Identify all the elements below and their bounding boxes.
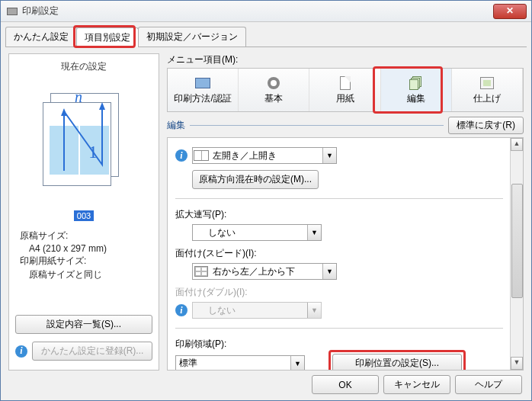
basic-icon	[264, 75, 283, 91]
info-icon: i	[175, 149, 187, 162]
info-icon: i	[15, 345, 27, 358]
current-settings-title: 現在の設定	[15, 60, 152, 73]
toolbar-item-print-method[interactable]: 印刷方法/認証	[168, 69, 239, 111]
orig-size-value: A4 (210 x 297 mm)	[15, 243, 152, 254]
close-button[interactable]: ✕	[493, 4, 527, 19]
orig-size-label: 原稿サイズ:	[15, 229, 152, 242]
ok-button[interactable]: OK	[312, 375, 379, 394]
menu-items-label: メニュー項目(M):	[167, 53, 524, 66]
settings-scroll-area: i 左開き／上開き ▼ 原稿方向混在時の設定(M)... 拡大連写(P):	[167, 137, 524, 371]
binding-select[interactable]: 左開き／上開き ▼	[192, 147, 337, 164]
settings-list-button[interactable]: 設定内容一覧(S)...	[15, 315, 152, 334]
cancel-button[interactable]: キャンセル	[383, 375, 450, 394]
dialog-footer: OK キャンセル ヘルプ	[312, 375, 522, 394]
paper-size-value: 原稿サイズと同じ	[15, 268, 152, 281]
mixed-orientation-button[interactable]: 原稿方向混在時の設定(M)...	[192, 170, 319, 189]
chevron-down-icon: ▼	[307, 303, 321, 318]
scroll-up-button[interactable]: ▲	[511, 138, 523, 151]
arrow-graphic	[49, 95, 117, 186]
current-settings-info: 原稿サイズ: A4 (210 x 297 mm) 印刷用紙サイズ: 原稿サイズと…	[15, 229, 152, 282]
chevron-down-icon: ▼	[290, 356, 304, 371]
section-title: 編集	[167, 119, 185, 132]
reset-button[interactable]: 標準に戻す(R)	[448, 117, 524, 134]
enlarge-label: 拡大連写(P):	[175, 208, 503, 221]
chevron-down-icon: ▼	[307, 225, 321, 240]
scroll-down-button[interactable]: ▼	[511, 357, 523, 370]
layout-speed-select[interactable]: 右から左／上から下 ▼	[192, 263, 337, 280]
toolbar-item-finish[interactable]: 仕上げ	[452, 69, 523, 111]
section-header: 編集 標準に戻す(R)	[167, 117, 524, 134]
current-settings-panel: 現在の設定 n 1 003 原稿サイズ:	[8, 53, 159, 371]
toolbar-item-edit[interactable]: 編集	[381, 69, 452, 111]
chevron-down-icon: ▼	[322, 148, 336, 163]
finish-icon	[478, 75, 496, 91]
tab-strip: かんたん設定 項目別設定 初期設定／バージョン	[5, 27, 527, 47]
menu-toolbar: 印刷方法/認証 基本 用紙 編集 仕上げ	[167, 68, 524, 112]
edit-icon	[407, 75, 425, 91]
print-method-icon	[194, 75, 212, 91]
print-area-select[interactable]: 標準 ▼	[175, 355, 305, 371]
paper-size-label: 印刷用紙サイズ:	[15, 255, 152, 268]
grid-icon	[193, 266, 210, 277]
scroll-thumb[interactable]	[511, 184, 523, 298]
print-position-button[interactable]: 印刷位置の設定(S)...	[332, 354, 462, 371]
layout-double-label: 面付け(ダブル)(I):	[175, 286, 503, 299]
tab-easy[interactable]: かんたん設定	[5, 27, 77, 47]
book-icon	[193, 150, 210, 161]
preview-area: n 1	[15, 78, 152, 207]
enlarge-select[interactable]: しない ▼	[192, 224, 322, 241]
toolbar-item-basic[interactable]: 基本	[239, 69, 309, 111]
window-title: 印刷設定	[22, 5, 493, 18]
zoom-badge: 003	[74, 210, 94, 221]
print-area-label: 印刷領域(P):	[175, 338, 503, 351]
help-button[interactable]: ヘルプ	[455, 375, 522, 394]
register-easy-button: かんたん設定に登録(R)...	[32, 342, 152, 361]
print-settings-window: 印刷設定 ✕ かんたん設定 項目別設定 初期設定／バージョン 現在の設定 n 1	[0, 0, 532, 401]
toolbar-item-paper[interactable]: 用紙	[309, 69, 380, 111]
tab-defaults[interactable]: 初期設定／バージョン	[138, 27, 246, 47]
scrollbar[interactable]: ▲ ▼	[510, 138, 523, 370]
layout-double-select: しない ▼	[192, 302, 322, 319]
tab-detailed[interactable]: 項目別設定	[76, 27, 139, 47]
layout-speed-label: 面付け(スピード)(I):	[175, 247, 503, 260]
printer-icon	[5, 6, 18, 17]
titlebar: 印刷設定 ✕	[1, 1, 531, 22]
detail-panel: メニュー項目(M): 印刷方法/認証 基本 用紙 編集	[159, 53, 524, 371]
chevron-down-icon: ▼	[322, 264, 336, 279]
info-icon: i	[175, 304, 187, 316]
paper-icon	[336, 75, 354, 91]
